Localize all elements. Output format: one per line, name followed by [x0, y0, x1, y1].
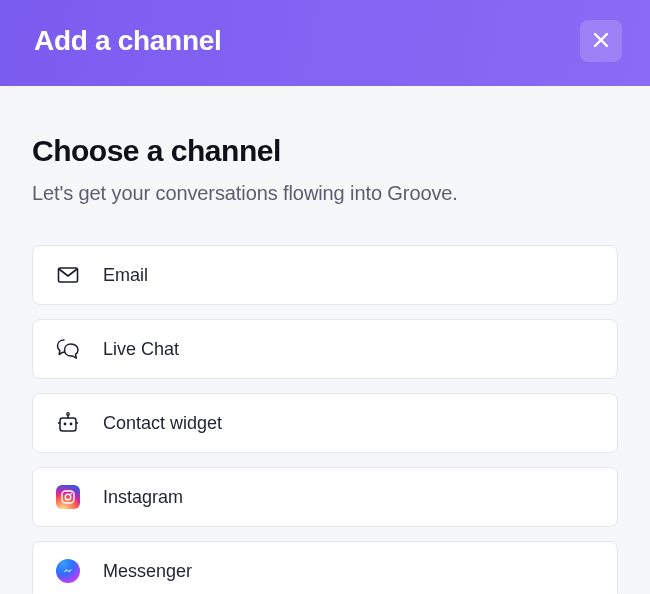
channel-label: Messenger — [103, 561, 192, 582]
modal-body: Choose a channel Let's get your conversa… — [0, 86, 650, 594]
section-title: Choose a channel — [32, 134, 618, 168]
channel-option-email[interactable]: Email — [32, 245, 618, 305]
svg-point-2 — [64, 423, 67, 426]
svg-point-3 — [70, 423, 73, 426]
svg-point-6 — [65, 494, 71, 500]
channel-label: Contact widget — [103, 413, 222, 434]
channel-label: Live Chat — [103, 339, 179, 360]
messenger-icon — [55, 558, 81, 584]
channel-option-contact-widget[interactable]: Contact widget — [32, 393, 618, 453]
modal-title: Add a channel — [34, 25, 221, 57]
close-button[interactable] — [580, 20, 622, 62]
section-subtitle: Let's get your conversations flowing int… — [32, 182, 618, 205]
channel-option-messenger[interactable]: Messenger — [32, 541, 618, 594]
channel-option-live-chat[interactable]: Live Chat — [32, 319, 618, 379]
svg-point-4 — [67, 413, 70, 416]
svg-rect-5 — [62, 491, 74, 503]
email-icon — [55, 262, 81, 288]
svg-point-7 — [71, 493, 73, 495]
channel-option-instagram[interactable]: Instagram — [32, 467, 618, 527]
channel-label: Email — [103, 265, 148, 286]
chat-icon — [55, 336, 81, 362]
channel-label: Instagram — [103, 487, 183, 508]
close-icon — [591, 30, 611, 53]
instagram-icon — [55, 484, 81, 510]
modal-header: Add a channel — [0, 0, 650, 86]
widget-icon — [55, 410, 81, 436]
svg-rect-1 — [60, 418, 76, 431]
